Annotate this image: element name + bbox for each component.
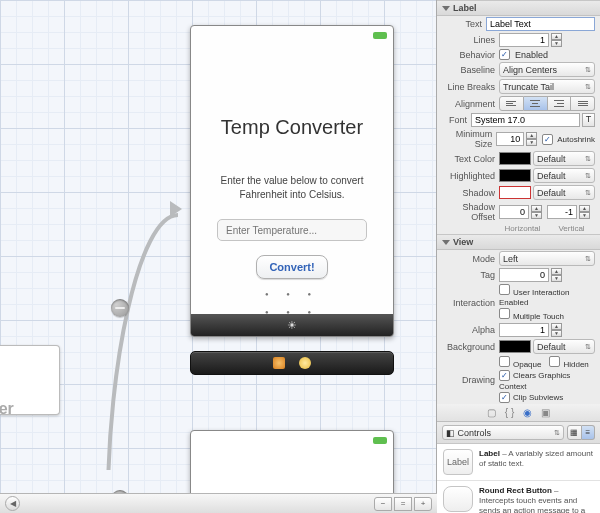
library-scope-select[interactable]: ◧ Controls⇅: [442, 425, 564, 440]
iphone-scene[interactable]: Temp Converter Enter the value below to …: [190, 25, 394, 337]
align-justify-button[interactable]: [571, 96, 595, 111]
mt-checkbox[interactable]: [499, 308, 510, 319]
alignment-segmented[interactable]: [499, 96, 595, 111]
disclosure-icon: [442, 240, 450, 245]
clears-checkbox[interactable]: ✓: [499, 370, 510, 381]
field-label: Line Breaks: [437, 82, 499, 92]
library-view-toggle[interactable]: ▦≡: [567, 425, 595, 440]
checkbox-label: Enabled: [515, 50, 548, 60]
minsize-field[interactable]: [496, 132, 524, 146]
objects-tab[interactable]: ◉: [523, 407, 532, 418]
autoshrink-checkbox[interactable]: ✓: [542, 134, 553, 145]
code-snippets-tab[interactable]: { }: [505, 407, 514, 418]
home-bar: ☀: [191, 314, 393, 336]
align-left-button[interactable]: [499, 96, 524, 111]
shadow-v-field[interactable]: [547, 205, 577, 219]
battery-icon: [373, 437, 387, 444]
tag-field[interactable]: [499, 268, 549, 282]
button-icon: [443, 486, 473, 512]
temperature-input[interactable]: [217, 219, 367, 241]
file-templates-tab[interactable]: ▢: [487, 407, 496, 418]
uie-checkbox[interactable]: [499, 284, 510, 295]
shadow-h-field[interactable]: [499, 205, 529, 219]
alpha-field[interactable]: [499, 323, 549, 337]
hidden-checkbox[interactable]: [549, 356, 560, 367]
bg-swatch[interactable]: [499, 340, 531, 353]
library-filter-bar: ◧ Controls⇅ ▦≡: [437, 422, 600, 444]
field-label: Shadow Offset: [437, 202, 499, 222]
enabled-checkbox[interactable]: ✓: [499, 49, 510, 60]
font-picker-button[interactable]: T: [582, 113, 595, 127]
convert-button[interactable]: Convert!: [256, 255, 327, 279]
stepper[interactable]: ▲▼: [551, 323, 562, 337]
field-label: Interaction: [437, 298, 499, 308]
library-item-round-rect-button[interactable]: Round Rect Button – Intercepts touch eve…: [437, 481, 600, 513]
highlighted-swatch[interactable]: [499, 169, 531, 182]
storyboard-canvas[interactable]: oller Temp Converter Enter the value bel…: [0, 0, 437, 513]
bg-select[interactable]: Default⇅: [533, 339, 595, 354]
field-label: Minimum Size: [437, 129, 496, 149]
field-label: Alpha: [437, 325, 499, 335]
inspector-panel: Label Text Lines▲▼ Behavior✓Enabled Base…: [437, 0, 600, 513]
field-label: Drawing: [437, 375, 499, 385]
linebreaks-select[interactable]: Truncate Tail⇅: [499, 79, 595, 94]
field-label: Font: [437, 115, 471, 125]
textcolor-select[interactable]: Default⇅: [533, 151, 595, 166]
field-label: Text: [437, 19, 486, 29]
sub-label: Horizontal: [499, 224, 546, 233]
field-label: Shadow: [437, 188, 499, 198]
shadow-swatch[interactable]: [499, 186, 531, 199]
first-responder-icon[interactable]: [299, 357, 311, 369]
align-center-button[interactable]: [524, 96, 548, 111]
section-view[interactable]: View: [437, 234, 600, 250]
object-library-list[interactable]: LabelLabel – A variably sized amount of …: [437, 444, 600, 513]
subtitle-label[interactable]: Enter the value below to convertFahrenhe…: [191, 174, 393, 201]
outline-toggle-button[interactable]: ◀: [5, 496, 20, 511]
zoom-actual-button[interactable]: =: [394, 497, 412, 511]
sub-label: Vertical: [548, 224, 595, 233]
library-item-label[interactable]: LabelLabel – A variably sized amount of …: [437, 444, 600, 481]
grid-view-button[interactable]: ▦: [567, 425, 582, 440]
scene-dock[interactable]: [190, 351, 394, 375]
stepper[interactable]: ▲▼: [551, 33, 562, 47]
status-bar: [195, 40, 389, 52]
font-field[interactable]: [471, 113, 580, 127]
library-tabs: ▢ { } ◉ ▣: [437, 404, 600, 422]
zoom-out-button[interactable]: −: [374, 497, 392, 511]
shadow-select[interactable]: Default⇅: [533, 185, 595, 200]
media-tab[interactable]: ▣: [541, 407, 550, 418]
lines-field[interactable]: [499, 33, 549, 47]
zoom-controls: − = +: [374, 497, 432, 511]
field-label: Background: [437, 342, 499, 352]
battery-icon: [373, 32, 387, 39]
list-view-button[interactable]: ≡: [582, 425, 596, 440]
opaque-checkbox[interactable]: [499, 356, 510, 367]
textcolor-swatch[interactable]: [499, 152, 531, 165]
segue-port[interactable]: [111, 299, 129, 317]
clip-checkbox[interactable]: ✓: [499, 392, 510, 403]
field-label: Highlighted: [437, 171, 499, 181]
brightness-icon: ☀: [287, 319, 297, 332]
title-label[interactable]: Temp Converter: [191, 116, 393, 139]
checkbox-label: Multiple Touch: [513, 312, 564, 321]
field-label: Lines: [437, 35, 499, 45]
section-label[interactable]: Label: [437, 0, 600, 16]
stepper[interactable]: ▲▼: [526, 132, 537, 146]
field-label: Text Color: [437, 154, 499, 164]
highlighted-select[interactable]: Default⇅: [533, 168, 595, 183]
mode-select[interactable]: Left⇅: [499, 251, 595, 266]
stepper[interactable]: ▲▼: [551, 268, 562, 282]
align-right-button[interactable]: [548, 96, 572, 111]
stepper[interactable]: ▲▼: [579, 205, 590, 219]
checkbox-label: Clip Subviews: [513, 393, 563, 402]
field-label: Alignment: [437, 99, 499, 109]
view-controller-icon[interactable]: [273, 357, 285, 369]
field-label: Mode: [437, 254, 499, 264]
stepper[interactable]: ▲▼: [531, 205, 542, 219]
segue-curve: [88, 210, 178, 470]
field-label: Baseline: [437, 65, 499, 75]
baseline-select[interactable]: Align Centers⇅: [499, 62, 595, 77]
field-label: Tag: [437, 270, 499, 280]
text-field[interactable]: [486, 17, 595, 31]
zoom-in-button[interactable]: +: [414, 497, 432, 511]
